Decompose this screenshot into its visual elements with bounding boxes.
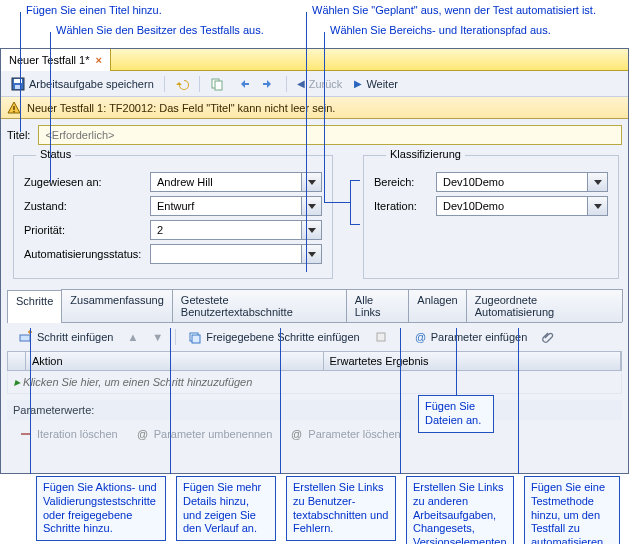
chevron-down-icon[interactable] — [302, 196, 322, 216]
forward-arrow-icon: ▶ — [354, 78, 362, 89]
indent-icon — [262, 77, 276, 91]
callout-automation: Fügen Sie eine Testmethode hinzu, um den… — [524, 476, 620, 544]
param-icon: @ — [413, 330, 427, 344]
grid-header-expected: Erwartetes Ergebnis — [324, 352, 622, 370]
classification-group: Klassifizierung Bereich: Iteration: — [363, 155, 619, 279]
classification-legend: Klassifizierung — [386, 148, 465, 160]
priority-input[interactable] — [150, 220, 302, 240]
priority-label: Priorität: — [24, 224, 144, 236]
tab-automation[interactable]: Zugeordnete Automatisierung — [466, 289, 623, 322]
back-label: Zurück — [309, 78, 343, 90]
steps-grid-header: Aktion Erwartetes Ergebnis — [7, 351, 622, 371]
rename-param-button[interactable]: @ Parameter umbenennen — [132, 425, 277, 443]
callout-steps: Fügen Sie Aktions- und Validierungstests… — [36, 476, 166, 541]
up-arrow-icon: ▲ — [127, 331, 138, 343]
assigned-combo[interactable] — [150, 172, 322, 192]
automation-combo[interactable] — [150, 244, 322, 264]
copy-button[interactable] — [206, 75, 228, 93]
forward-button[interactable]: ▶ Weiter — [350, 76, 402, 92]
validation-message-text: Neuer Testfall 1: TF20012: Das Feld "Tit… — [27, 102, 335, 114]
outdent-icon — [236, 77, 250, 91]
grid-header-gutter — [8, 352, 26, 370]
delete-param-icon: @ — [290, 427, 304, 441]
move-down-button[interactable]: ▼ — [148, 329, 167, 345]
title-label: Titel: — [7, 129, 30, 141]
save-button[interactable]: Arbeitsaufgabe speichern — [7, 75, 158, 93]
callout-area-iter: Wählen Sie Bereichs- und Iterationspfad … — [330, 24, 551, 36]
svg-rect-6 — [13, 111, 14, 112]
tab-summary[interactable]: Zusammenfassung — [61, 289, 173, 322]
area-input[interactable] — [436, 172, 588, 192]
tab-attachments[interactable]: Anlagen — [408, 289, 466, 322]
tab-all-links[interactable]: Alle Links — [346, 289, 409, 322]
move-up-button[interactable]: ▲ — [123, 329, 142, 345]
svg-rect-7 — [20, 335, 30, 341]
title-input[interactable] — [38, 125, 622, 145]
param-toolbar: Iteration löschen @ Parameter umbenennen… — [7, 422, 622, 446]
svg-rect-5 — [13, 106, 14, 110]
chevron-down-icon[interactable] — [588, 172, 608, 192]
delete-param-button[interactable]: @ Parameter löschen — [286, 425, 404, 443]
insert-step-label: Schritt einfügen — [37, 331, 113, 343]
callout-title: Fügen Sie einen Titel hinzu. — [26, 4, 162, 16]
svg-text:@: @ — [137, 428, 148, 440]
callout-planned: Wählen Sie "Geplant" aus, wenn der Test … — [312, 4, 596, 16]
workitem-window: Neuer Testfall 1* × Arbeitsaufgabe speic… — [0, 48, 629, 474]
steps-grid-placeholder[interactable]: ▸ Klicken Sie hier, um einen Schritt hin… — [7, 371, 622, 394]
delete-iteration-button[interactable]: Iteration löschen — [15, 425, 122, 443]
status-legend: Status — [36, 148, 75, 160]
save-icon — [11, 77, 25, 91]
state-input[interactable] — [150, 196, 302, 216]
shared-step-icon — [188, 330, 202, 344]
warning-icon — [7, 101, 21, 115]
assigned-input[interactable] — [150, 172, 302, 192]
delete-param-label: Parameter löschen — [308, 428, 400, 440]
state-label: Zustand: — [24, 200, 144, 212]
validation-message-bar: Neuer Testfall 1: TF20012: Das Feld "Tit… — [1, 97, 628, 119]
attach-button[interactable] — [537, 328, 559, 346]
grid-header-action: Aktion — [26, 352, 324, 370]
separator — [286, 76, 287, 92]
tab-steps[interactable]: Schritte — [7, 290, 62, 323]
iteration-input[interactable] — [436, 196, 588, 216]
close-icon[interactable]: × — [96, 54, 102, 66]
back-arrow-icon: ◀ — [297, 78, 305, 89]
insert-shared-button[interactable]: Freigegebene Schritte einfügen — [184, 328, 364, 346]
save-label: Arbeitsaufgabe speichern — [29, 78, 154, 90]
undo-button[interactable] — [171, 75, 193, 93]
outdent-button[interactable] — [232, 75, 254, 93]
insert-param-button[interactable]: @ Parameter einfügen — [409, 328, 532, 346]
back-button[interactable]: ◀ Zurück — [293, 76, 347, 92]
paperclip-icon — [541, 330, 555, 344]
document-tab[interactable]: Neuer Testfall 1* × — [1, 49, 111, 71]
svg-text:@: @ — [415, 331, 426, 343]
tab-textsections[interactable]: Getestete Benutzertextabschnitte — [172, 289, 347, 322]
priority-combo[interactable] — [150, 220, 322, 240]
svg-rect-10 — [377, 333, 385, 341]
area-combo[interactable] — [436, 172, 608, 192]
chevron-down-icon[interactable] — [302, 172, 322, 192]
chevron-down-icon[interactable] — [302, 220, 322, 240]
indent-button[interactable] — [258, 75, 280, 93]
main-toolbar: Arbeitsaufgabe speichern ◀ Zurück ▶ Weit… — [1, 71, 628, 97]
chevron-down-icon[interactable] — [588, 196, 608, 216]
down-arrow-icon: ▼ — [152, 331, 163, 343]
play-icon: ▸ — [14, 375, 20, 389]
separator — [164, 76, 165, 92]
separator — [175, 329, 176, 345]
separator — [199, 76, 200, 92]
area-label: Bereich: — [374, 176, 430, 188]
chevron-down-icon[interactable] — [302, 244, 322, 264]
insert-param-label: Parameter einfügen — [431, 331, 528, 343]
state-combo[interactable] — [150, 196, 322, 216]
create-shared-button[interactable] — [370, 328, 392, 346]
automation-input[interactable] — [150, 244, 302, 264]
param-values-label: Parameterwerte: — [7, 400, 622, 420]
callout-attach: Fügen Sie Dateien an. — [418, 395, 494, 433]
assigned-label: Zugewiesen an: — [24, 176, 144, 188]
copy-icon — [210, 77, 224, 91]
insert-shared-label: Freigegebene Schritte einfügen — [206, 331, 360, 343]
callout-summary: Fügen Sie mehr Details hinzu, und zeigen… — [176, 476, 276, 541]
create-shared-icon — [374, 330, 388, 344]
iteration-combo[interactable] — [436, 196, 608, 216]
